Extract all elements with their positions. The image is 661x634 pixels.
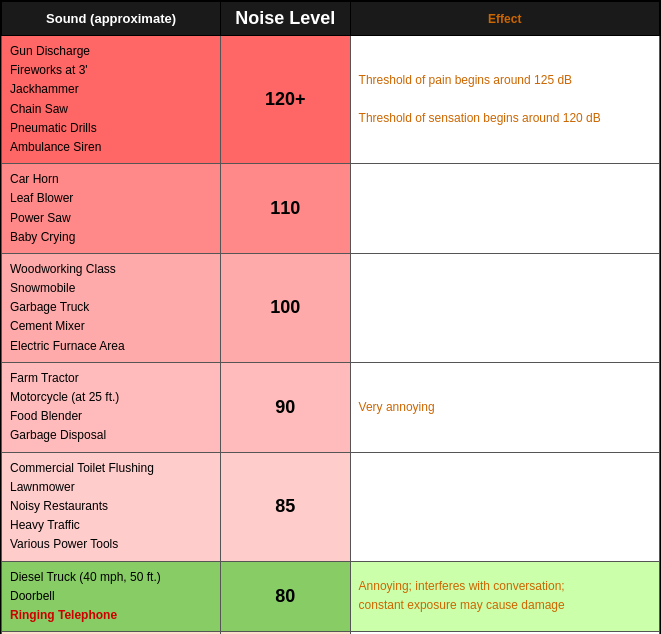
sound-item: Pneumatic Drills [10, 121, 97, 135]
sound-item: Baby Crying [10, 230, 75, 244]
sound-item: Woodworking Class [10, 262, 116, 276]
effect-cell [350, 253, 659, 362]
noise-level-cell: 85 [221, 452, 350, 561]
effect-text: Threshold of pain begins around 125 dB T… [359, 71, 651, 129]
sound-item: Garbage Truck [10, 300, 89, 314]
sound-cell: Woodworking ClassSnowmobileGarbage Truck… [2, 253, 221, 362]
sound-item: Car Horn [10, 172, 59, 186]
noise-table: Sound (approximate) Noise Level Effect G… [0, 0, 661, 634]
table-header: Sound (approximate) Noise Level Effect [2, 2, 660, 36]
sound-item: Gun Discharge [10, 44, 90, 58]
sound-list: Commercial Toilet FlushingLawnmowerNoisy… [10, 459, 212, 555]
sound-item: Farm Tractor [10, 371, 79, 385]
sound-item: Power Saw [10, 211, 71, 225]
header-effect: Effect [350, 2, 659, 36]
sound-item: Jackhammer [10, 82, 79, 96]
effect-cell [350, 452, 659, 561]
table-row: Woodworking ClassSnowmobileGarbage Truck… [2, 253, 660, 362]
header-noise: Noise Level [221, 2, 350, 36]
sound-item: Ringing Telephone [10, 608, 117, 622]
sound-list: Gun DischargeFireworks at 3'JackhammerCh… [10, 42, 212, 157]
sound-item: Heavy Traffic [10, 518, 80, 532]
sound-item: Lawnmower [10, 480, 75, 494]
noise-level-cell: 100 [221, 253, 350, 362]
sound-list: Woodworking ClassSnowmobileGarbage Truck… [10, 260, 212, 356]
sound-item: Snowmobile [10, 281, 75, 295]
sound-cell: Commercial Toilet FlushingLawnmowerNoisy… [2, 452, 221, 561]
table-row: Gun DischargeFireworks at 3'JackhammerCh… [2, 36, 660, 164]
effect-cell: Threshold of pain begins around 125 dB T… [350, 36, 659, 164]
sound-item: Cement Mixer [10, 319, 85, 333]
effect-cell: Very annoying [350, 362, 659, 452]
sound-list: Diesel Truck (40 mph, 50 ft.)DoorbellRin… [10, 568, 212, 626]
sound-item: Leaf Blower [10, 191, 73, 205]
noise-level-cell: 120+ [221, 36, 350, 164]
effect-text: Very annoying [359, 398, 651, 417]
table-row: Car HornLeaf BlowerPower SawBaby Crying1… [2, 164, 660, 254]
sound-list: Farm TractorMotorcycle (at 25 ft.)Food B… [10, 369, 212, 446]
sound-item: Electric Furnace Area [10, 339, 125, 353]
header-sound: Sound (approximate) [2, 2, 221, 36]
table-row: Farm TractorMotorcycle (at 25 ft.)Food B… [2, 362, 660, 452]
effect-cell: Annoying; interferes with conversation;c… [350, 561, 659, 632]
table-row: Commercial Toilet FlushingLawnmowerNoisy… [2, 452, 660, 561]
sound-item: Fireworks at 3' [10, 63, 88, 77]
sound-cell: Diesel Truck (40 mph, 50 ft.)DoorbellRin… [2, 561, 221, 632]
sound-item: Doorbell [10, 589, 55, 603]
noise-level-cell: 90 [221, 362, 350, 452]
sound-item: Commercial Toilet Flushing [10, 461, 154, 475]
sound-item: Motorcycle (at 25 ft.) [10, 390, 119, 404]
sound-item: Ambulance Siren [10, 140, 101, 154]
effect-cell [350, 164, 659, 254]
sound-item: Various Power Tools [10, 537, 118, 551]
table-row: Diesel Truck (40 mph, 50 ft.)DoorbellRin… [2, 561, 660, 632]
effect-text: Annoying; interferes with conversation;c… [359, 577, 651, 615]
sound-list: Car HornLeaf BlowerPower SawBaby Crying [10, 170, 212, 247]
sound-cell: Car HornLeaf BlowerPower SawBaby Crying [2, 164, 221, 254]
sound-item: Noisy Restaurants [10, 499, 108, 513]
sound-cell: Farm TractorMotorcycle (at 25 ft.)Food B… [2, 362, 221, 452]
sound-cell: Gun DischargeFireworks at 3'JackhammerCh… [2, 36, 221, 164]
sound-item: Food Blender [10, 409, 82, 423]
sound-item: Diesel Truck (40 mph, 50 ft.) [10, 570, 161, 584]
noise-level-cell: 110 [221, 164, 350, 254]
sound-item: Garbage Disposal [10, 428, 106, 442]
sound-item: Chain Saw [10, 102, 68, 116]
noise-level-cell: 80 [221, 561, 350, 632]
